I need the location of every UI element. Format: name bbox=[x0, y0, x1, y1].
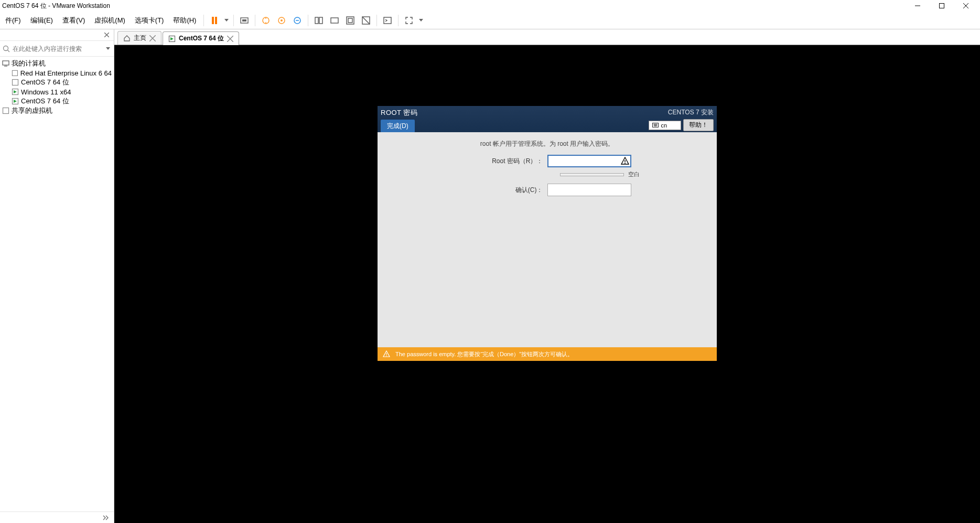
computer-icon bbox=[2, 60, 9, 67]
install-label: CENTOS 7 安装 bbox=[668, 108, 714, 117]
revert-snapshot-button[interactable] bbox=[290, 13, 305, 28]
vm-running-icon bbox=[168, 35, 176, 42]
tree-vm-centos2[interactable]: CentOS 7 64 位 bbox=[0, 97, 114, 106]
snapshot-button[interactable] bbox=[259, 13, 273, 28]
password-strength-label: 空白 bbox=[628, 170, 644, 178]
svg-point-41 bbox=[624, 163, 626, 164]
keyboard-icon bbox=[652, 123, 659, 127]
tree-my-computer[interactable]: 我的计算机 bbox=[0, 59, 114, 68]
sidebar: 我的计算机 Red Hat Enterprise Linux 6 64 Cent… bbox=[0, 29, 114, 523]
tree-label: 共享的虚拟机 bbox=[12, 106, 52, 115]
tree-label: Red Hat Enterprise Linux 6 64 bbox=[20, 69, 112, 77]
svg-rect-12 bbox=[315, 17, 318, 24]
guest-body: root 帐户用于管理系统。为 root 用户输入密码。 Root 密码（R）： bbox=[378, 132, 717, 347]
vm-icon bbox=[12, 79, 19, 86]
svg-rect-15 bbox=[347, 17, 354, 24]
minimize-button[interactable] bbox=[906, 0, 930, 12]
power-dropdown[interactable] bbox=[223, 19, 230, 22]
svg-point-43 bbox=[386, 355, 387, 356]
unity-button[interactable] bbox=[359, 13, 373, 28]
close-button[interactable] bbox=[954, 0, 978, 12]
sidebar-search bbox=[0, 41, 114, 57]
tree-shared-vms[interactable]: 共享的虚拟机 bbox=[0, 106, 114, 115]
svg-rect-30 bbox=[3, 108, 9, 114]
search-dropdown[interactable] bbox=[104, 47, 112, 50]
vm-running-icon bbox=[12, 88, 19, 95]
vm-tree: 我的计算机 Red Hat Enterprise Linux 6 64 Cent… bbox=[0, 57, 114, 511]
confirm-password-input[interactable] bbox=[547, 184, 631, 196]
keyboard-layout-indicator[interactable]: cn bbox=[649, 121, 681, 130]
tab-home[interactable]: 主页 bbox=[117, 31, 161, 45]
console-view-button[interactable] bbox=[380, 13, 395, 28]
fit-guest-button[interactable] bbox=[311, 13, 326, 28]
svg-rect-24 bbox=[3, 61, 9, 65]
tree-label: CentOS 7 64 位 bbox=[21, 97, 69, 106]
svg-rect-1 bbox=[940, 4, 944, 8]
menubar: 件(F) 编辑(E) 查看(V) 虚拟机(M) 选项卡(T) 帮助(H) bbox=[0, 12, 980, 29]
guest-title: ROOT 密码 bbox=[381, 108, 417, 118]
tabs-bar: 主页 CentOS 7 64 位 bbox=[114, 29, 980, 45]
shared-icon bbox=[2, 107, 9, 114]
search-icon bbox=[2, 45, 10, 53]
lang-label: cn bbox=[661, 122, 667, 129]
done-button[interactable]: 完成(D) bbox=[381, 120, 415, 133]
titlebar-text: CentOS 7 64 位 - VMware Workstation bbox=[2, 2, 110, 10]
sidebar-scroll-right[interactable] bbox=[100, 514, 112, 522]
help-button[interactable]: 帮助！ bbox=[683, 119, 714, 131]
warning-icon bbox=[621, 157, 629, 165]
tab-centos[interactable]: CentOS 7 64 位 bbox=[163, 31, 239, 45]
home-icon bbox=[123, 35, 131, 42]
menu-edit[interactable]: 编辑(E) bbox=[26, 14, 57, 27]
svg-line-23 bbox=[8, 50, 10, 52]
tab-label: CentOS 7 64 位 bbox=[179, 34, 224, 43]
search-input[interactable] bbox=[13, 45, 102, 52]
menu-help[interactable]: 帮助(H) bbox=[169, 14, 200, 27]
vm-running-icon bbox=[12, 98, 19, 105]
titlebar: CentOS 7 64 位 - VMware Workstation bbox=[0, 0, 980, 12]
svg-rect-7 bbox=[242, 19, 246, 22]
svg-rect-14 bbox=[331, 18, 338, 23]
tree-vm-rhel[interactable]: Red Hat Enterprise Linux 6 64 bbox=[0, 68, 114, 78]
svg-rect-27 bbox=[13, 80, 18, 86]
tab-close-icon[interactable] bbox=[227, 36, 233, 42]
warning-icon bbox=[383, 350, 390, 358]
tab-label: 主页 bbox=[134, 34, 146, 42]
menu-view[interactable]: 查看(V) bbox=[58, 14, 89, 27]
pause-button[interactable] bbox=[207, 13, 222, 28]
tree-label: 我的计算机 bbox=[12, 59, 46, 68]
guest-header: ROOT 密码 完成(D) CENTOS 7 安装 cn bbox=[378, 106, 717, 132]
tree-vm-centos1[interactable]: CentOS 7 64 位 bbox=[0, 78, 114, 87]
fit-window-button[interactable] bbox=[327, 13, 342, 28]
svg-rect-13 bbox=[319, 17, 322, 24]
svg-point-22 bbox=[4, 46, 8, 50]
svg-rect-26 bbox=[12, 70, 17, 76]
menu-tabs[interactable]: 选项卡(T) bbox=[131, 14, 168, 27]
password-strength-meter bbox=[560, 173, 624, 176]
warning-text: The password is empty. 您需要按“完成（Done）”按钮两… bbox=[395, 350, 573, 358]
svg-rect-5 bbox=[215, 17, 217, 24]
vm-screen[interactable]: ROOT 密码 完成(D) CENTOS 7 安装 cn bbox=[114, 45, 980, 523]
menu-file[interactable]: 件(F) bbox=[1, 14, 25, 27]
tree-label: CentOS 7 64 位 bbox=[21, 78, 69, 87]
svg-point-10 bbox=[281, 19, 283, 22]
svg-rect-4 bbox=[212, 17, 214, 24]
send-ctrl-alt-del-button[interactable] bbox=[237, 13, 252, 28]
tree-vm-win11[interactable]: Windows 11 x64 bbox=[0, 87, 114, 97]
menu-vm[interactable]: 虚拟机(M) bbox=[90, 14, 130, 27]
guest-warning-bar: The password is empty. 您需要按“完成（Done）”按钮两… bbox=[378, 347, 717, 361]
sidebar-close-button[interactable] bbox=[101, 30, 112, 40]
stretch-guest-button[interactable] bbox=[343, 13, 358, 28]
tree-label: Windows 11 x64 bbox=[21, 88, 71, 96]
main-area: 我的计算机 Red Hat Enterprise Linux 6 64 Cent… bbox=[0, 29, 980, 523]
vm-icon bbox=[12, 69, 18, 77]
tab-close-icon[interactable] bbox=[149, 35, 156, 41]
guest-description: root 帐户用于管理系统。为 root 用户输入密码。 bbox=[382, 140, 713, 148]
fullscreen-dropdown[interactable] bbox=[417, 19, 425, 22]
guest-installer: ROOT 密码 完成(D) CENTOS 7 安装 cn bbox=[378, 106, 717, 361]
snapshot-manager-button[interactable] bbox=[274, 13, 289, 28]
maximize-button[interactable] bbox=[930, 0, 954, 12]
root-password-input[interactable] bbox=[547, 155, 631, 167]
fullscreen-button[interactable] bbox=[402, 13, 416, 28]
svg-line-18 bbox=[362, 17, 370, 24]
confirm-password-label: 确认(C)： bbox=[438, 186, 543, 195]
